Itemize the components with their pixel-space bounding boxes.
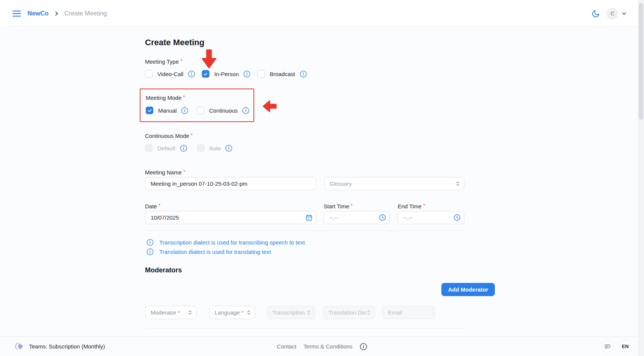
option-auto: Auto	[197, 144, 233, 152]
terms-link[interactable]: Terms & Conditions	[304, 343, 353, 350]
user-menu[interactable]: C	[606, 8, 627, 20]
checkbox-manual[interactable]	[146, 107, 153, 114]
scrollbar-thumb[interactable]	[639, 3, 643, 120]
meeting-name-label: Meeting Name*	[145, 169, 185, 176]
add-moderator-button[interactable]: Add Moderator	[441, 283, 495, 296]
select-stepper-icon	[187, 310, 193, 315]
continuous-mode-options: Default Auto	[145, 144, 232, 152]
check-icon	[147, 108, 152, 113]
required-marker: *	[180, 58, 182, 64]
clock-icon[interactable]	[453, 214, 461, 221]
breadcrumb-current: Create Meeting	[64, 10, 107, 17]
chat-icon	[604, 343, 611, 350]
start-time-label: Start Time*	[324, 203, 353, 209]
info-icon[interactable]	[243, 70, 250, 78]
checkbox-default	[145, 144, 153, 152]
select-stepper-icon	[366, 310, 371, 315]
meeting-name-input[interactable]	[145, 177, 316, 190]
transcription-dialect-select: Transcription ...	[267, 306, 315, 319]
option-continuous: Continuous	[197, 107, 249, 114]
create-meeting-form: Create Meeting Meeting Type* Video-Call …	[145, 27, 497, 356]
transcription-note: Transcription dialect is used for transc…	[147, 239, 305, 246]
calendar-icon[interactable]	[305, 214, 313, 221]
moderator-email-input	[382, 306, 435, 319]
page-title: Create Meeting	[145, 38, 204, 47]
translation-note: Translation dialect is used for translat…	[147, 248, 271, 255]
select-stepper-icon	[455, 181, 461, 186]
breadcrumb-brand-link[interactable]: NewCo	[27, 10, 49, 17]
annotation-arrow-left	[262, 100, 277, 113]
feedback-chat-button[interactable]	[601, 341, 613, 353]
hamburger-icon	[12, 10, 21, 17]
moderator-select[interactable]: Moderator *	[145, 306, 197, 319]
moon-icon	[592, 9, 600, 18]
checkbox-video-call[interactable]	[145, 70, 153, 78]
required-marker: *	[351, 203, 353, 208]
info-icon[interactable]	[225, 145, 232, 152]
select-stepper-icon	[246, 310, 252, 315]
dark-mode-toggle[interactable]	[592, 9, 600, 18]
language-button[interactable]: EN	[619, 341, 631, 353]
info-icon[interactable]	[181, 107, 188, 114]
translation-dialect-select: Translation Dia..	[323, 306, 375, 319]
create-meeting-page: NewCo Create Meeting C Create Meeting	[0, 0, 644, 356]
option-manual: Manual	[146, 107, 188, 114]
avatar[interactable]: C	[606, 8, 618, 20]
meeting-mode-label: Meeting Mode*	[146, 95, 185, 101]
required-marker: *	[191, 132, 193, 138]
annotation-arrow-down	[201, 49, 217, 69]
required-marker: *	[183, 94, 185, 100]
annotation-highlight-box: Meeting Mode* Manual Continuous	[140, 89, 254, 122]
end-time-label: End Time*	[398, 203, 425, 209]
checkbox-in-person[interactable]	[202, 70, 209, 78]
menu-button[interactable]	[12, 9, 22, 18]
meeting-type-label: Meeting Type*	[145, 58, 182, 65]
info-icon[interactable]	[242, 107, 249, 114]
required-marker: *	[423, 203, 425, 208]
select-stepper-icon	[306, 310, 311, 315]
date-input[interactable]	[145, 211, 316, 224]
glossary-select[interactable]: Glossary	[324, 177, 464, 190]
info-icon[interactable]	[300, 70, 307, 78]
info-icon[interactable]	[180, 145, 187, 152]
info-icon[interactable]	[188, 70, 195, 78]
top-bar: NewCo Create Meeting C	[0, 0, 644, 27]
checkbox-continuous[interactable]	[197, 107, 204, 114]
date-label: Date*	[145, 203, 160, 209]
divider	[145, 231, 464, 231]
option-in-person: In-Person	[202, 70, 250, 78]
moderators-heading: Moderators	[145, 266, 182, 274]
chevron-down-icon	[621, 11, 627, 16]
checkbox-broadcast[interactable]	[257, 70, 265, 78]
info-icon	[147, 239, 154, 246]
info-icon[interactable]	[360, 343, 367, 350]
chevron-right-icon	[53, 11, 60, 17]
info-icon	[147, 248, 154, 255]
divider	[145, 328, 464, 328]
meeting-type-options: Video-Call In-Person Broadcast	[145, 70, 307, 78]
required-marker: *	[159, 203, 160, 208]
option-broadcast: Broadcast	[257, 70, 307, 78]
footer-bar: Teams: Subscription (Monthly) Contact Te…	[0, 336, 644, 356]
clock-icon[interactable]	[379, 214, 386, 221]
continuous-mode-label: Continuous Mode*	[145, 133, 193, 139]
check-icon	[203, 72, 208, 76]
glossary-placeholder: Glossary	[330, 180, 352, 187]
contact-link[interactable]: Contact	[277, 343, 296, 350]
brand-logo	[14, 342, 24, 351]
subscription-plan: Teams: Subscription (Monthly)	[29, 343, 105, 350]
language-select[interactable]: Language *	[209, 306, 255, 319]
required-marker: *	[183, 169, 185, 174]
checkbox-auto	[197, 144, 204, 152]
option-video-call: Video-Call	[145, 70, 195, 78]
option-default: Default	[145, 144, 187, 152]
meeting-mode-options: Manual Continuous	[146, 107, 249, 114]
